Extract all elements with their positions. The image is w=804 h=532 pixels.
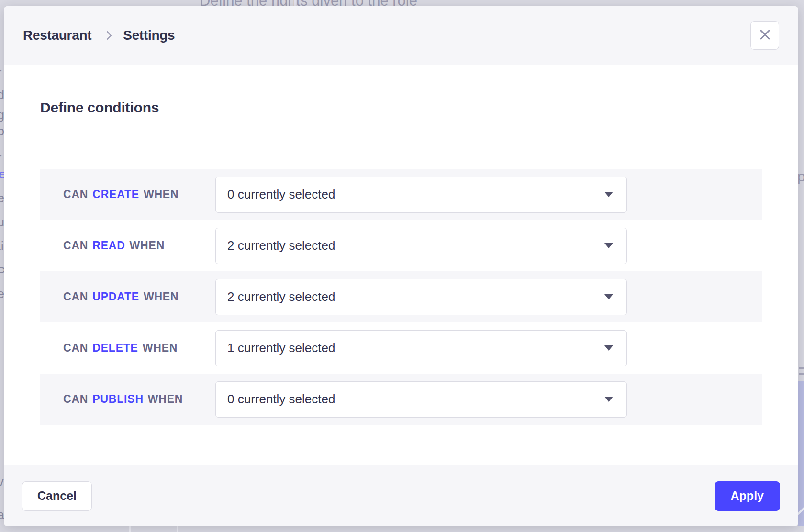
select-value: 1 currently selected <box>227 341 335 355</box>
label-prefix: CAN <box>63 393 88 406</box>
label-action: DELETE <box>92 342 138 355</box>
condition-label: CAN UPDATE WHEN <box>40 290 215 303</box>
background-text-fragment: ti <box>0 239 4 253</box>
conditions-select-publish[interactable]: 0 currently selected <box>215 381 627 418</box>
caret-down-icon <box>604 345 613 351</box>
breadcrumb-item-restaurant: Restaurant <box>23 28 91 43</box>
conditions-rows: CAN CREATE WHEN 0 currently selected CAN… <box>40 169 762 425</box>
modal-footer: Cancel Apply <box>4 465 798 526</box>
conditions-select-create[interactable]: 0 currently selected <box>215 177 627 213</box>
caret-down-icon <box>604 294 613 299</box>
background-menu-lines <box>799 367 804 379</box>
modal-title: Define conditions <box>40 65 762 116</box>
label-suffix: WHEN <box>130 239 165 252</box>
breadcrumb-item-settings: Settings <box>123 28 175 43</box>
condition-row-create: CAN CREATE WHEN 0 currently selected <box>40 169 762 220</box>
label-action: CREATE <box>92 188 139 201</box>
background-column-divider <box>294 0 296 6</box>
close-button[interactable] <box>750 21 779 50</box>
condition-row-delete: CAN DELETE WHEN 1 currently selected <box>40 322 762 374</box>
conditions-select-delete[interactable]: 1 currently selected <box>215 330 627 366</box>
label-prefix: CAN <box>63 290 88 303</box>
select-value: 0 currently selected <box>227 392 335 407</box>
label-suffix: WHEN <box>144 290 179 303</box>
background-text-fragment: r <box>0 66 1 80</box>
caret-down-icon <box>604 192 613 197</box>
label-action: PUBLISH <box>92 393 144 406</box>
background-grid-line <box>129 526 131 532</box>
label-action: UPDATE <box>92 290 139 303</box>
condition-label: CAN DELETE WHEN <box>40 342 215 355</box>
modal-body: Define conditions CAN CREATE WHEN 0 curr… <box>4 65 798 425</box>
label-prefix: CAN <box>63 342 88 355</box>
title-divider <box>40 144 762 144</box>
label-prefix: CAN <box>63 188 88 201</box>
select-value: 2 currently selected <box>227 238 335 253</box>
apply-button[interactable]: Apply <box>715 481 780 511</box>
condition-row-publish: CAN PUBLISH WHEN 0 currently selected <box>40 374 762 425</box>
label-prefix: CAN <box>63 239 88 252</box>
breadcrumb: Restaurant Settings <box>23 28 175 43</box>
conditions-select-read[interactable]: 2 currently selected <box>215 228 627 264</box>
condition-row-read: CAN READ WHEN 2 currently selected <box>40 220 762 271</box>
background-text-fragment: p <box>797 168 804 185</box>
condition-row-update: CAN UPDATE WHEN 2 currently selected <box>40 271 762 322</box>
background-text-fragment: r <box>0 151 1 165</box>
modal-header: Restaurant Settings <box>4 6 798 65</box>
condition-label: CAN READ WHEN <box>40 239 215 252</box>
label-suffix: WHEN <box>143 342 178 355</box>
select-value: 2 currently selected <box>227 289 335 304</box>
background-text-fragment: v <box>0 475 4 489</box>
screen: Define the rights given to the role r d … <box>0 0 804 532</box>
label-suffix: WHEN <box>144 188 179 201</box>
condition-label: CAN PUBLISH WHEN <box>40 393 215 406</box>
chevron-right-icon <box>102 31 112 40</box>
background-selected-column-fragment <box>798 381 804 526</box>
background-checkmark-fragment <box>798 506 804 515</box>
define-conditions-modal: Restaurant Settings Define conditions CA… <box>4 6 798 526</box>
cancel-button[interactable]: Cancel <box>22 481 92 511</box>
label-suffix: WHEN <box>148 393 183 406</box>
close-icon <box>759 28 771 43</box>
caret-down-icon <box>604 397 613 402</box>
caret-down-icon <box>604 243 613 248</box>
background-grid-line <box>177 526 178 532</box>
select-value: 0 currently selected <box>227 187 335 202</box>
conditions-select-update[interactable]: 2 currently selected <box>215 279 627 315</box>
condition-label: CAN CREATE WHEN <box>40 188 215 201</box>
label-action: READ <box>92 239 125 252</box>
